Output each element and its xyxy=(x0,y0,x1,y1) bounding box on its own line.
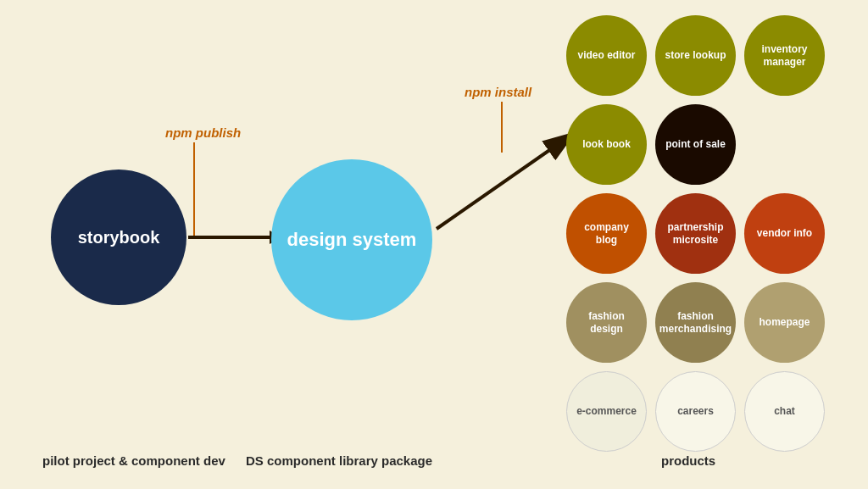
product-fashion-merchandising: fashion merchandising xyxy=(655,282,736,363)
product-inventory-manager: inventory manager xyxy=(744,15,825,96)
storybook-label: storybook xyxy=(78,228,160,247)
bottom-label-pilot: pilot project & component dev xyxy=(42,453,225,468)
product-store-lookup: store lookup xyxy=(655,15,736,96)
product-point-of-sale: point of sale xyxy=(655,104,736,185)
product-partnership-microsite: partnership microsite xyxy=(655,193,736,274)
diagram-container: npm publish npm install storybook design… xyxy=(0,0,868,489)
design-system-label: design system xyxy=(287,229,417,251)
svg-line-1 xyxy=(437,131,576,229)
product-company-blog: company blog xyxy=(566,193,647,274)
product-ecommerce: e-commerce xyxy=(566,371,647,452)
npm-publish-label: npm publish xyxy=(165,125,241,140)
npm-install-line xyxy=(501,102,503,153)
product-look-book: look book xyxy=(566,104,647,185)
products-grid: video editor store lookup inventory mana… xyxy=(566,15,825,452)
design-system-circle: design system xyxy=(271,159,432,320)
product-chat: chat xyxy=(744,371,825,452)
bottom-label-ds: DS component library package xyxy=(246,453,432,468)
product-careers: careers xyxy=(655,371,736,452)
product-fashion-design: fashion design xyxy=(566,282,647,363)
product-homepage: homepage xyxy=(744,282,825,363)
storybook-circle: storybook xyxy=(51,169,186,305)
product-vendor-info: vendor info xyxy=(744,193,825,274)
product-video-editor: video editor xyxy=(566,15,647,96)
npm-install-label: npm install xyxy=(465,85,531,99)
npm-publish-line xyxy=(193,142,195,236)
bottom-label-products: products xyxy=(661,453,715,468)
storybook-to-ds-arrow xyxy=(188,236,273,239)
